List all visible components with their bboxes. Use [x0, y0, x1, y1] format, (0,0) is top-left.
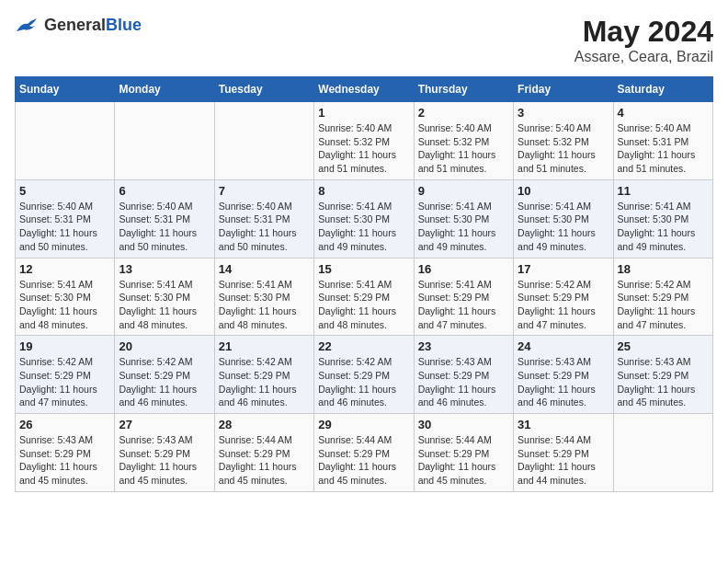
calendar-cell: 9Sunrise: 5:41 AM Sunset: 5:30 PM Daylig…: [414, 179, 513, 258]
calendar-cell: 21Sunrise: 5:42 AM Sunset: 5:29 PM Dayli…: [214, 336, 313, 414]
calendar-table: SundayMondayTuesdayWednesdayThursdayFrid…: [15, 76, 713, 492]
calendar-cell: 12Sunrise: 5:41 AM Sunset: 5:30 PM Dayli…: [16, 258, 115, 336]
day-info: Sunrise: 5:42 AM Sunset: 5:29 PM Dayligh…: [119, 355, 210, 409]
day-info: Sunrise: 5:42 AM Sunset: 5:29 PM Dayligh…: [318, 355, 409, 409]
calendar-week-row: 1Sunrise: 5:40 AM Sunset: 5:32 PM Daylig…: [16, 102, 713, 180]
day-number: 13: [119, 262, 210, 276]
day-number: 11: [618, 184, 709, 198]
day-info: Sunrise: 5:40 AM Sunset: 5:31 PM Dayligh…: [119, 200, 210, 254]
calendar-cell: 31Sunrise: 5:44 AM Sunset: 5:29 PM Dayli…: [514, 414, 613, 492]
calendar-cell: 18Sunrise: 5:42 AM Sunset: 5:29 PM Dayli…: [613, 258, 712, 336]
calendar-cell: 7Sunrise: 5:40 AM Sunset: 5:31 PM Daylig…: [214, 179, 313, 258]
day-info: Sunrise: 5:41 AM Sunset: 5:30 PM Dayligh…: [618, 200, 709, 254]
page-location: Assare, Ceara, Brazil: [574, 49, 713, 65]
day-number: 9: [418, 184, 509, 198]
day-info: Sunrise: 5:42 AM Sunset: 5:29 PM Dayligh…: [19, 355, 110, 409]
day-info: Sunrise: 5:43 AM Sunset: 5:29 PM Dayligh…: [618, 355, 709, 409]
day-number: 16: [418, 262, 509, 276]
day-number: 29: [318, 418, 409, 431]
calendar-cell: 22Sunrise: 5:42 AM Sunset: 5:29 PM Dayli…: [314, 336, 414, 414]
day-info: Sunrise: 5:41 AM Sunset: 5:30 PM Dayligh…: [318, 200, 409, 254]
logo-text: GeneralBlue: [44, 16, 142, 35]
calendar-cell: [115, 102, 214, 180]
calendar-week-row: 12Sunrise: 5:41 AM Sunset: 5:30 PM Dayli…: [16, 258, 713, 336]
day-info: Sunrise: 5:41 AM Sunset: 5:30 PM Dayligh…: [219, 278, 310, 332]
weekday-header: Tuesday: [214, 77, 313, 102]
day-number: 2: [418, 106, 509, 120]
day-number: 30: [418, 418, 509, 431]
logo-general: General: [44, 16, 106, 34]
title-block: May 2024 Assare, Ceara, Brazil: [574, 15, 713, 65]
day-number: 1: [318, 106, 409, 120]
day-number: 7: [219, 184, 310, 198]
calendar-cell: 10Sunrise: 5:41 AM Sunset: 5:30 PM Dayli…: [514, 179, 613, 258]
calendar-body: 1Sunrise: 5:40 AM Sunset: 5:32 PM Daylig…: [16, 102, 713, 492]
day-number: 25: [618, 339, 709, 353]
calendar-week-row: 19Sunrise: 5:42 AM Sunset: 5:29 PM Dayli…: [16, 336, 713, 414]
day-info: Sunrise: 5:41 AM Sunset: 5:30 PM Dayligh…: [19, 278, 110, 332]
day-number: 6: [119, 184, 210, 198]
calendar-cell: 6Sunrise: 5:40 AM Sunset: 5:31 PM Daylig…: [115, 179, 214, 258]
calendar-cell: 26Sunrise: 5:43 AM Sunset: 5:29 PM Dayli…: [16, 414, 115, 492]
day-info: Sunrise: 5:40 AM Sunset: 5:31 PM Dayligh…: [618, 121, 709, 176]
day-info: Sunrise: 5:43 AM Sunset: 5:29 PM Dayligh…: [518, 355, 609, 409]
day-number: 14: [219, 262, 310, 276]
calendar-cell: 30Sunrise: 5:44 AM Sunset: 5:29 PM Dayli…: [414, 414, 513, 492]
day-number: 15: [318, 262, 409, 276]
calendar-cell: 19Sunrise: 5:42 AM Sunset: 5:29 PM Dayli…: [16, 336, 115, 414]
weekday-header: Thursday: [414, 77, 513, 102]
day-info: Sunrise: 5:40 AM Sunset: 5:32 PM Dayligh…: [318, 121, 409, 176]
day-info: Sunrise: 5:40 AM Sunset: 5:32 PM Dayligh…: [518, 121, 609, 176]
day-info: Sunrise: 5:44 AM Sunset: 5:29 PM Dayligh…: [318, 433, 409, 488]
day-info: Sunrise: 5:41 AM Sunset: 5:30 PM Dayligh…: [418, 200, 509, 254]
calendar-cell: 13Sunrise: 5:41 AM Sunset: 5:30 PM Dayli…: [115, 258, 214, 336]
calendar-cell: 3Sunrise: 5:40 AM Sunset: 5:32 PM Daylig…: [514, 102, 613, 180]
calendar-cell: 4Sunrise: 5:40 AM Sunset: 5:31 PM Daylig…: [613, 102, 712, 180]
calendar-cell: 24Sunrise: 5:43 AM Sunset: 5:29 PM Dayli…: [514, 336, 613, 414]
logo-bird-icon: [15, 15, 40, 35]
day-number: 4: [618, 106, 709, 120]
calendar-cell: 29Sunrise: 5:44 AM Sunset: 5:29 PM Dayli…: [314, 414, 414, 492]
weekday-header: Friday: [514, 77, 613, 102]
calendar-cell: 14Sunrise: 5:41 AM Sunset: 5:30 PM Dayli…: [214, 258, 313, 336]
day-info: Sunrise: 5:40 AM Sunset: 5:32 PM Dayligh…: [418, 121, 509, 176]
header-row: SundayMondayTuesdayWednesdayThursdayFrid…: [16, 77, 713, 102]
calendar-cell: 1Sunrise: 5:40 AM Sunset: 5:32 PM Daylig…: [314, 102, 414, 180]
page-header: GeneralBlue May 2024 Assare, Ceara, Braz…: [15, 15, 713, 65]
day-info: Sunrise: 5:41 AM Sunset: 5:30 PM Dayligh…: [518, 200, 609, 254]
day-info: Sunrise: 5:41 AM Sunset: 5:29 PM Dayligh…: [318, 278, 409, 332]
calendar-cell: 5Sunrise: 5:40 AM Sunset: 5:31 PM Daylig…: [16, 179, 115, 258]
day-info: Sunrise: 5:44 AM Sunset: 5:29 PM Dayligh…: [518, 433, 609, 488]
day-number: 27: [119, 418, 210, 431]
calendar-cell: 27Sunrise: 5:43 AM Sunset: 5:29 PM Dayli…: [115, 414, 214, 492]
logo: GeneralBlue: [15, 15, 142, 35]
day-number: 19: [19, 339, 110, 353]
day-info: Sunrise: 5:44 AM Sunset: 5:29 PM Dayligh…: [219, 433, 310, 488]
day-info: Sunrise: 5:41 AM Sunset: 5:29 PM Dayligh…: [418, 278, 509, 332]
calendar-cell: [16, 102, 115, 180]
day-info: Sunrise: 5:44 AM Sunset: 5:29 PM Dayligh…: [418, 433, 509, 488]
day-number: 5: [19, 184, 110, 198]
day-number: 28: [219, 418, 310, 431]
day-info: Sunrise: 5:43 AM Sunset: 5:29 PM Dayligh…: [19, 433, 110, 488]
weekday-header: Wednesday: [314, 77, 414, 102]
day-info: Sunrise: 5:40 AM Sunset: 5:31 PM Dayligh…: [219, 200, 310, 254]
calendar-cell: 28Sunrise: 5:44 AM Sunset: 5:29 PM Dayli…: [214, 414, 313, 492]
day-info: Sunrise: 5:42 AM Sunset: 5:29 PM Dayligh…: [618, 278, 709, 332]
day-info: Sunrise: 5:41 AM Sunset: 5:30 PM Dayligh…: [119, 278, 210, 332]
day-number: 3: [518, 106, 609, 120]
day-number: 24: [518, 339, 609, 353]
day-number: 22: [318, 339, 409, 353]
day-info: Sunrise: 5:43 AM Sunset: 5:29 PM Dayligh…: [119, 433, 210, 488]
day-number: 17: [518, 262, 609, 276]
calendar-week-row: 5Sunrise: 5:40 AM Sunset: 5:31 PM Daylig…: [16, 179, 713, 258]
page-title: May 2024: [574, 15, 713, 49]
weekday-header: Saturday: [613, 77, 712, 102]
calendar-cell: 16Sunrise: 5:41 AM Sunset: 5:29 PM Dayli…: [414, 258, 513, 336]
calendar-cell: 8Sunrise: 5:41 AM Sunset: 5:30 PM Daylig…: [314, 179, 414, 258]
calendar-cell: 15Sunrise: 5:41 AM Sunset: 5:29 PM Dayli…: [314, 258, 414, 336]
logo-blue: Blue: [106, 16, 142, 34]
weekday-header: Monday: [115, 77, 214, 102]
day-number: 18: [618, 262, 709, 276]
day-info: Sunrise: 5:42 AM Sunset: 5:29 PM Dayligh…: [219, 355, 310, 409]
